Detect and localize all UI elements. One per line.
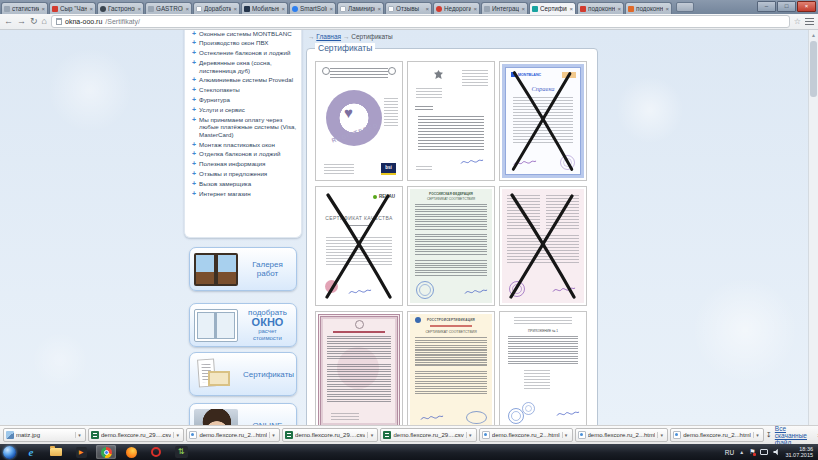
reload-icon[interactable]: ↻ bbox=[30, 17, 38, 26]
certificate-thumbnail-rosstroy[interactable]: РОССТРОЙСЕРТИФИКАЦИЯ СЕРТИФИКАТ СООТВЕТС… bbox=[407, 311, 495, 425]
tab-podokonni-2[interactable]: подоконни× bbox=[625, 2, 672, 14]
certificates-card[interactable]: Сертификаты bbox=[189, 352, 297, 396]
sidebar-item-montblanc[interactable]: +Оконные системы MONTBLANC bbox=[192, 30, 297, 37]
chevron-down-icon[interactable]: ▾ bbox=[753, 432, 761, 438]
breadcrumb-home-link[interactable]: Главная bbox=[316, 33, 341, 40]
browser-menu-icon[interactable] bbox=[805, 18, 814, 25]
scroll-up-icon[interactable]: ▲ bbox=[809, 30, 818, 40]
taskbar-item-download-manager[interactable]: ⇅ bbox=[171, 445, 191, 459]
download-item-html-2[interactable]: demo.flexcore.ru_2...html▾ bbox=[479, 428, 573, 442]
tab-close-icon[interactable]: × bbox=[473, 6, 477, 12]
certificate-thumbnail-appendix[interactable]: ПРИЛОЖЕНИЕ № 1 bbox=[499, 311, 587, 425]
address-bar[interactable]: okna-ooo.ru/Sertifikaty/ bbox=[51, 15, 790, 28]
tab-close-icon[interactable]: × bbox=[233, 6, 237, 12]
certificate-thumbnail-rehau[interactable]: REHAU СЕРТИФИКАТ КАЧЕСТВА bbox=[315, 186, 403, 306]
tab-statistika[interactable]: статистика× bbox=[1, 2, 48, 14]
tab-close-icon[interactable]: × bbox=[521, 6, 525, 12]
network-icon[interactable] bbox=[760, 449, 768, 455]
download-item-matiz[interactable]: matiz.jpg▾ bbox=[3, 428, 86, 442]
tab-integraci[interactable]: Интеграци× bbox=[481, 2, 528, 14]
close-button[interactable]: × bbox=[797, 1, 816, 12]
download-item-csv-3[interactable]: demo.flexcore.ru_29....csv▾ bbox=[380, 428, 476, 442]
tab-otzyvy[interactable]: Отзывы× bbox=[385, 2, 432, 14]
sidebar-item-montazh[interactable]: +Монтаж пластиковых окон bbox=[192, 141, 297, 148]
tab-laminirov[interactable]: Ламиниров× bbox=[337, 2, 384, 14]
download-item-csv-2[interactable]: demo.flexcore.ru_29....csv▾ bbox=[282, 428, 378, 442]
taskbar-item-explorer[interactable] bbox=[46, 445, 66, 459]
download-item-html-1[interactable]: demo.flexcore.ru_2...html▾ bbox=[186, 428, 280, 442]
language-indicator[interactable]: RU bbox=[725, 449, 734, 456]
scrollbar-thumb[interactable] bbox=[810, 41, 817, 97]
tab-close-icon[interactable]: × bbox=[425, 6, 429, 12]
chevron-down-icon[interactable]: ▾ bbox=[173, 432, 181, 438]
sidebar-item-alyuminievye[interactable]: +Алюминиевые системы Provedal bbox=[192, 76, 297, 83]
taskbar-item-opera[interactable] bbox=[146, 445, 166, 459]
certificate-thumbnail-conformity[interactable]: РОССИЙСКАЯ ФЕДЕРАЦИЯ СЕРТИФИКАТ СООТВЕТС… bbox=[407, 186, 495, 306]
chevron-down-icon[interactable]: ▾ bbox=[367, 432, 375, 438]
tab-close-icon[interactable]: × bbox=[617, 6, 621, 12]
tab-dorabotki[interactable]: Доработки× bbox=[193, 2, 240, 14]
certificate-thumbnail-pink[interactable] bbox=[499, 186, 587, 306]
gallery-card[interactable]: Галерея работ bbox=[189, 247, 297, 291]
new-tab-button[interactable] bbox=[676, 2, 694, 12]
certificate-thumbnail-letter[interactable] bbox=[407, 61, 495, 181]
action-center-flag-icon[interactable]: ⚑ bbox=[749, 448, 755, 456]
chevron-down-icon[interactable]: ▾ bbox=[466, 432, 474, 438]
download-item-csv-1[interactable]: demo.flexcore.ru_29....csv▾ bbox=[88, 428, 184, 442]
show-all-downloads-link[interactable]: ↧ Все скачанные файл... bbox=[766, 425, 807, 446]
select-window-card[interactable]: подобрать ОКНО расчет стоимости bbox=[189, 303, 297, 347]
tab-close-icon[interactable]: × bbox=[281, 6, 285, 12]
tab-gastronomi[interactable]: Гастрономи× bbox=[97, 2, 144, 14]
chevron-down-icon[interactable]: ▾ bbox=[269, 432, 277, 438]
tab-smartsoluti[interactable]: SmartSoluti× bbox=[289, 2, 336, 14]
certificate-thumbnail-montblanc[interactable]: MONTBLANC Справка bbox=[499, 61, 587, 181]
volume-icon[interactable] bbox=[773, 449, 780, 456]
chevron-down-icon[interactable]: ▾ bbox=[75, 432, 83, 438]
tab-sertifikat-active[interactable]: Сертификат× bbox=[529, 2, 576, 14]
taskbar-item-media-player[interactable]: ▶ bbox=[71, 445, 91, 459]
tab-close-icon[interactable]: × bbox=[665, 6, 669, 12]
tab-syr-chanah[interactable]: Сыр "Чанах"× bbox=[49, 2, 96, 14]
sidebar-item-zamershik[interactable]: +Вызов замерщика bbox=[192, 180, 297, 187]
online-consultant-card[interactable]: ONLINE bbox=[189, 403, 297, 425]
sidebar-item-otzyvy[interactable]: +Отзывы и предложения bbox=[192, 170, 297, 177]
sidebar-item-furnitura[interactable]: +Фурнитура bbox=[192, 96, 297, 103]
tab-close-icon[interactable]: × bbox=[185, 6, 189, 12]
taskbar-item-chrome[interactable] bbox=[96, 445, 116, 459]
taskbar-item-ie[interactable]: e bbox=[21, 445, 41, 459]
tab-nedorogie[interactable]: Недорогие× bbox=[433, 2, 480, 14]
tab-close-icon[interactable]: × bbox=[89, 6, 93, 12]
maximize-button[interactable]: □ bbox=[777, 1, 796, 12]
sidebar-item-derevyannye[interactable]: +Деревянные окна (сосна, лиственница дуб… bbox=[192, 59, 297, 74]
tab-close-icon[interactable]: × bbox=[137, 6, 141, 12]
sidebar-item-pvh[interactable]: +Производство окон ПВХ bbox=[192, 39, 297, 46]
sidebar-item-steklopakety[interactable]: +Стеклопакеты bbox=[192, 86, 297, 93]
minimize-button[interactable]: – bbox=[757, 1, 776, 12]
tab-close-icon[interactable]: × bbox=[41, 6, 45, 12]
tab-mobilnyy[interactable]: Мобильный× bbox=[241, 2, 288, 14]
tray-clock[interactable]: 18:36 31.07.2015 bbox=[785, 446, 813, 459]
forward-icon[interactable]: → bbox=[17, 17, 26, 26]
tab-close-icon[interactable]: × bbox=[329, 6, 333, 12]
taskbar-item-firefox[interactable] bbox=[121, 445, 141, 459]
back-icon[interactable]: ← bbox=[4, 17, 13, 26]
tab-close-icon[interactable]: × bbox=[569, 6, 573, 12]
tab-podokonni-1[interactable]: подоконни× bbox=[577, 2, 624, 14]
chevron-down-icon[interactable]: ▾ bbox=[657, 432, 665, 438]
start-button[interactable] bbox=[3, 446, 16, 459]
chevron-down-icon[interactable]: ▾ bbox=[562, 432, 570, 438]
tab-gastrono[interactable]: GASTRONO× bbox=[145, 2, 192, 14]
sidebar-item-otdelka[interactable]: +Отделка балконов и лоджий bbox=[192, 150, 297, 157]
home-icon[interactable]: ⌂ bbox=[42, 17, 47, 26]
download-item-html-4[interactable]: demo.flexcore.ru_2...html▾ bbox=[670, 428, 764, 442]
page-scrollbar[interactable]: ▲ bbox=[808, 30, 818, 425]
sidebar-item-magazin[interactable]: +Интернет магазин bbox=[192, 190, 297, 197]
sidebar-item-info[interactable]: +Полезная информация bbox=[192, 160, 297, 167]
hidden-icons-arrow[interactable]: ▲ bbox=[739, 449, 744, 455]
certificate-thumbnail-bsi[interactable]: ♥ REGISTERED bsi bbox=[315, 61, 403, 181]
sidebar-item-osteklenie[interactable]: +Остекление балконов и лоджий bbox=[192, 49, 297, 56]
sidebar-item-oplata[interactable]: +Мы принимаем оплату через любые платёжн… bbox=[192, 116, 297, 138]
certificate-thumbnail-sanitary[interactable] bbox=[315, 311, 403, 425]
bookmark-star-icon[interactable]: ☆ bbox=[794, 17, 801, 26]
sidebar-item-uslugi[interactable]: +Услуги и сервис bbox=[192, 106, 297, 113]
